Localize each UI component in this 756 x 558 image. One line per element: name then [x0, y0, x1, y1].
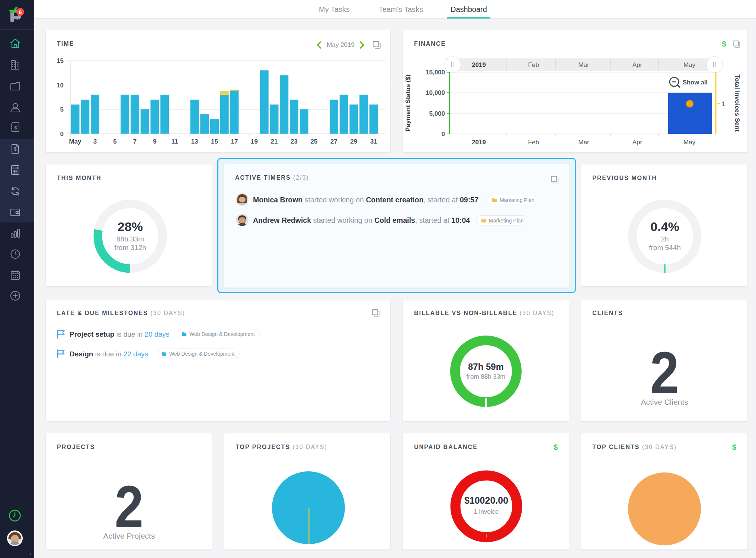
svg-text:11: 11	[172, 138, 178, 145]
svg-text:Active Clients: Active Clients	[641, 398, 688, 406]
svg-text:2019: 2019	[472, 139, 486, 146]
svg-text:7: 7	[133, 138, 137, 145]
svg-text:3: 3	[93, 138, 97, 145]
svg-text:1: 1	[722, 101, 725, 107]
svg-text:Feb: Feb	[528, 61, 539, 68]
svg-text:5: 5	[60, 106, 64, 113]
svg-text:Payment Status ($): Payment Status ($)	[404, 74, 411, 131]
svg-text:25: 25	[311, 138, 318, 145]
svg-text:23: 23	[291, 138, 298, 145]
svg-text:Apr: Apr	[632, 139, 643, 146]
svg-text:Feb: Feb	[528, 139, 539, 146]
svg-text:May: May	[683, 139, 696, 146]
svg-text:2019: 2019	[472, 61, 486, 68]
svg-text:9: 9	[153, 138, 156, 145]
svg-text:0: 0	[60, 131, 64, 138]
svg-text:10,000: 10,000	[426, 89, 445, 96]
svg-text:21: 21	[271, 138, 278, 145]
svg-text:2: 2	[650, 339, 679, 405]
svg-text:29: 29	[350, 138, 358, 145]
svg-text:10: 10	[57, 82, 64, 89]
svg-text:31: 31	[370, 138, 377, 145]
svg-text:Mar: Mar	[578, 139, 589, 146]
svg-text:$: $	[14, 147, 17, 152]
svg-text:May: May	[683, 61, 696, 68]
svg-text:May: May	[69, 138, 81, 145]
svg-text:15,000: 15,000	[426, 69, 445, 76]
svg-text:Total Invoices Sent: Total Invoices Sent	[734, 74, 741, 132]
svg-text:Mar: Mar	[578, 61, 589, 68]
svg-text:19: 19	[251, 138, 258, 145]
svg-text:13: 13	[191, 138, 198, 145]
svg-text:6: 6	[19, 9, 22, 15]
svg-text:15: 15	[211, 138, 218, 145]
svg-text:27: 27	[330, 138, 337, 145]
svg-text:Show all: Show all	[683, 79, 708, 86]
svg-text:5: 5	[113, 138, 116, 145]
svg-text:15: 15	[57, 57, 64, 64]
svg-text:$: $	[14, 125, 17, 131]
svg-text:2: 2	[115, 473, 143, 539]
svg-text:Active Projects: Active Projects	[103, 532, 155, 540]
svg-text:0: 0	[442, 131, 445, 138]
svg-text:Apr: Apr	[632, 61, 643, 68]
svg-text:17: 17	[231, 138, 238, 145]
svg-text:5,000: 5,000	[429, 110, 445, 117]
